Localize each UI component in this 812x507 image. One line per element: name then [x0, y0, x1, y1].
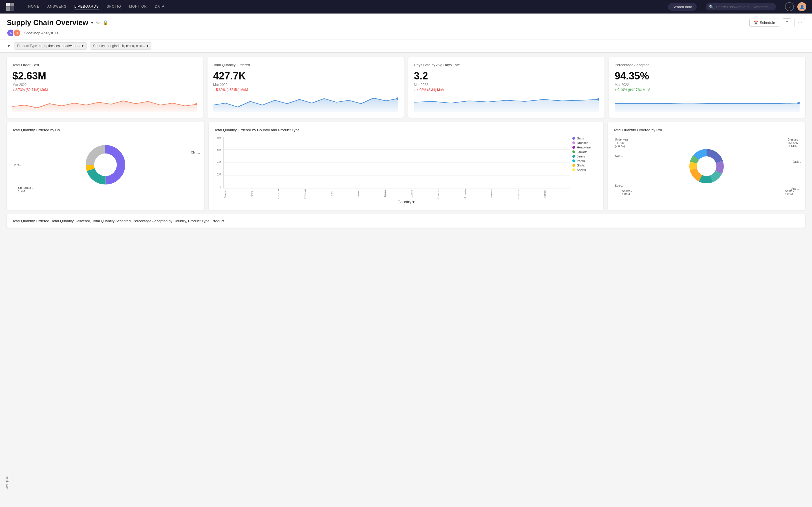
- kpi-arrow-down-2: ↓: [213, 88, 215, 92]
- filter-bar: ▼ Product Type bags, dresses, headwear,.…: [0, 40, 812, 53]
- filter-product-type[interactable]: Product Type bags, dresses, headwear,...…: [14, 42, 87, 50]
- x-axis-labels: Bangla... China Colombia El Salvador Ind…: [223, 188, 570, 199]
- title-left: Supply Chain Overview ▾ ☆ 🔒: [7, 18, 108, 27]
- donut1-label-china: Chin...: [191, 151, 200, 154]
- kpi-arrow-up-4: ↑: [615, 88, 616, 92]
- kpi-arrow-down-3: ↓: [414, 88, 416, 92]
- share-button[interactable]: ⤴: [783, 18, 791, 27]
- kpi-value-2: 427.7K: [213, 70, 398, 82]
- kpi-value-4: 94.35%: [615, 70, 800, 82]
- schedule-label: Schedule: [760, 20, 775, 25]
- lock-button[interactable]: 🔒: [103, 20, 108, 25]
- donut2-label-shorts: Shorts -1.01M: [622, 189, 632, 196]
- kpi-sparkline-3: [414, 95, 599, 112]
- grid-lines: [223, 136, 570, 188]
- svg-rect-2: [6, 7, 10, 11]
- legend-jeans: Jeans: [572, 155, 598, 158]
- chart-title-donut2: Total Quantity Ordered by Pro...: [613, 128, 800, 132]
- page-title: Supply Chain Overview: [7, 18, 88, 27]
- kpi-change-3: ↓ 4.08% (3.34) MoM: [414, 88, 599, 92]
- chart-donut-country: Total Quantity Ordered by Co... Chin...: [7, 122, 204, 210]
- legend-headwear: Headwear: [572, 146, 598, 149]
- nav-actions: ? 👤: [785, 2, 806, 11]
- donut2-label-jackets: Jack...: [793, 160, 801, 163]
- kpi-period-2: Mar 2022: [213, 83, 398, 87]
- nav-links: HOME ANSWERS LIVEBOARDS SPOTIQ MONITOR D…: [28, 3, 659, 10]
- legend-dresses: Dresses: [572, 141, 598, 145]
- kpi-total-order-cost: Total Order Cost $2.63M Mar 2022 ↓ 2.73%…: [7, 57, 203, 118]
- kpi-sparkline-2: [213, 95, 398, 112]
- x-axis-title: Country ▾: [214, 200, 598, 204]
- svg-rect-1: [10, 3, 14, 6]
- page-header: Supply Chain Overview ▾ ☆ 🔒 📅 Schedule ⤴…: [0, 13, 812, 40]
- svg-rect-3: [10, 7, 14, 11]
- filter-val-2: bangladesh, china, colo...: [107, 44, 145, 48]
- title-icon-group: ☆ 🔒: [96, 20, 108, 25]
- title-row: Supply Chain Overview ▾ ☆ 🔒 📅 Schedule ⤴…: [7, 18, 805, 27]
- nav-liveboards[interactable]: LIVEBOARDS: [74, 3, 99, 10]
- donut2-label-underwear: Underwear- 1.19M(7.65%): [615, 138, 629, 148]
- svg-point-12: [94, 154, 117, 176]
- filter-key-2: Country: [93, 44, 105, 48]
- kpi-period-3: Mar 2022: [414, 83, 599, 87]
- kpi-change-4: ↑ 0.19% (94.17%) MoM: [615, 88, 800, 92]
- svg-point-21: [697, 157, 716, 175]
- kpi-title-4: Percentage Accepted: [615, 63, 800, 67]
- kpi-change-2: ↓ 5.69% (453.5K) MoM: [213, 88, 398, 92]
- search-icon: 🔍: [709, 4, 714, 9]
- nav-spotiq[interactable]: SPOTIQ: [107, 3, 121, 10]
- search-data-button[interactable]: Search data: [668, 3, 697, 11]
- svg-rect-0: [6, 3, 10, 6]
- more-options-button[interactable]: ⋯: [795, 18, 805, 27]
- nav-data[interactable]: DATA: [155, 3, 164, 10]
- legend-shorts: Shorts: [572, 168, 598, 172]
- filter-chevron-2: ▾: [147, 44, 148, 48]
- nav-home[interactable]: HOME: [28, 3, 40, 10]
- kpi-period-1: Mar 2022: [12, 83, 197, 87]
- user-avatar[interactable]: 👤: [797, 2, 806, 11]
- help-button[interactable]: ?: [785, 2, 794, 11]
- kpi-total-quantity-ordered: Total Quantity Ordered 427.7K Mar 2022 ↓…: [207, 57, 404, 118]
- schedule-button[interactable]: 📅 Schedule: [749, 18, 779, 27]
- kpi-title-3: Days Late by Avg Days Late: [414, 63, 599, 67]
- legend-bags: Bags: [572, 136, 598, 140]
- kpi-arrow-down-1: ↓: [12, 88, 14, 92]
- title-dropdown-icon[interactable]: ▾: [91, 20, 93, 25]
- schedule-icon: 📅: [754, 20, 758, 25]
- charts-row: Total Quantity Ordered by Co... Chin...: [7, 122, 805, 210]
- bars-area: [223, 136, 570, 188]
- star-button[interactable]: ☆: [96, 20, 100, 25]
- donut1-label-srilanka: Sri Lanka -1.2M: [18, 186, 33, 193]
- kpi-days-late: Days Late by Avg Days Late 3.2 Mar 2022 …: [408, 57, 605, 118]
- country-dropdown[interactable]: Country ▾: [398, 200, 414, 204]
- filter-val-1: bags, dresses, headwear,...: [39, 44, 80, 48]
- search-input[interactable]: [716, 5, 772, 9]
- y-axis-labels: 8M 6M 4M 2M 0: [214, 136, 221, 199]
- chart-title-donut1: Total Quantity Ordered by Co...: [12, 128, 199, 132]
- nav-answers[interactable]: ANSWERS: [47, 3, 66, 10]
- donut2-container: Underwear- 1.19M(7.65%) Dresses -954.56K…: [613, 136, 800, 196]
- title-actions: 📅 Schedule ⤴ ⋯: [749, 18, 805, 27]
- kpi-sparkline-1: [12, 95, 197, 112]
- bar-chart-section: 8M 6M 4M 2M 0: [214, 136, 598, 199]
- nav-monitor[interactable]: MONITOR: [129, 3, 147, 10]
- filter-chevron-1: ▾: [82, 44, 84, 48]
- kpi-row: Total Order Cost $2.63M Mar 2022 ↓ 2.73%…: [7, 57, 805, 118]
- kpi-title-1: Total Order Cost: [12, 63, 197, 67]
- navbar: HOME ANSWERS LIVEBOARDS SPOTIQ MONITOR D…: [0, 0, 812, 13]
- donut2-label-sweaters: Swe...: [615, 154, 623, 158]
- bottom-section: Total Quantity Ordered, Total Quantity D…: [7, 214, 805, 228]
- bar-chart-legend: Bags Dresses Headwear Jackets: [572, 136, 598, 199]
- kpi-title-2: Total Quantity Ordered: [213, 63, 398, 67]
- donut2-label-shirts: Shirts -1.85M: [785, 189, 794, 196]
- chart-donut-product: Total Quantity Ordered by Pro... Underwe…: [608, 122, 805, 210]
- kpi-value-1: $2.63M: [12, 70, 197, 82]
- search-bar: 🔍: [706, 3, 776, 10]
- filter-country[interactable]: Country bangladesh, china, colo... ▾: [90, 42, 151, 50]
- legend-shirts: Shirts: [572, 164, 598, 167]
- kpi-change-1: ↓ 2.73% ($2.71M) MoM: [12, 88, 197, 92]
- legend-jackets: Jackets: [572, 150, 598, 154]
- kpi-percentage-accepted: Percentage Accepted 94.35% Mar 2022 ↑ 0.…: [609, 57, 805, 118]
- logo: [6, 2, 19, 11]
- collaborator-avatars: A B: [7, 29, 19, 37]
